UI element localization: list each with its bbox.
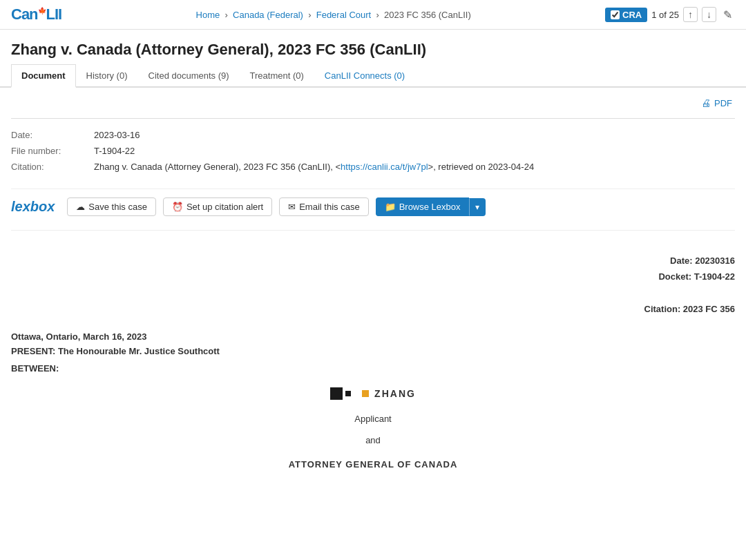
icon-block-large — [330, 387, 343, 400]
party-name: ZHANG — [374, 388, 416, 399]
logo-text-lii: LII — [46, 6, 62, 23]
present-line: PRESENT: The Honourable Mr. Justice Sout… — [11, 346, 735, 356]
cra-checkbox-container[interactable]: CRA — [605, 8, 647, 22]
pdf-label: PDF — [714, 98, 732, 108]
page-counter: 1 of 25 — [651, 10, 679, 20]
logo-maple-leaf: 🍁 — [38, 7, 46, 15]
pdf-button[interactable]: 🖨 PDF — [698, 96, 735, 110]
browse-lexbox-dropdown: 📁 Browse Lexbox ▾ — [376, 197, 486, 216]
email-icon: ✉ — [288, 202, 296, 212]
pdf-row: 🖨 PDF — [11, 96, 735, 110]
citation-text-before: Zhang v. Canada (Attorney General), 2023… — [94, 162, 341, 172]
citation-value: Zhang v. Canada (Attorney General), 2023… — [94, 162, 534, 172]
divider-top — [11, 118, 735, 119]
date-label: Date: — [11, 130, 94, 140]
breadcrumb-case: 2023 FC 356 (CanLII) — [384, 10, 471, 20]
tab-treatment[interactable]: Treatment (0) — [240, 64, 314, 88]
and-text: and — [365, 435, 381, 445]
breadcrumb-home[interactable]: Home — [196, 10, 220, 20]
save-icon: ☁ — [76, 202, 85, 212]
file-value: T-1904-22 — [94, 146, 135, 156]
tab-history[interactable]: History (0) — [76, 64, 138, 88]
lexbox-bar: lexbox ☁ Save this case ⏰ Set up citatio… — [11, 189, 735, 231]
tab-canlii-connects[interactable]: CanLII Connects (0) — [314, 64, 415, 88]
email-case-button[interactable]: ✉ Email this case — [279, 197, 368, 216]
icon-dot-orange — [362, 390, 369, 397]
zhang-icons — [330, 387, 351, 400]
email-case-label: Email this case — [299, 202, 359, 212]
case-header: Ottawa, Ontario, March 16, 2023 PRESENT:… — [11, 331, 735, 374]
parties-section: ZHANG Applicant and ATTORNEY GENERAL OF … — [11, 387, 735, 470]
print-icon: 🖨 — [701, 97, 711, 108]
citation-alert-button[interactable]: ⏰ Set up citation alert — [163, 197, 272, 216]
alarm-icon: ⏰ — [172, 202, 183, 212]
cra-label: CRA — [622, 10, 642, 20]
folder-icon: 📁 — [385, 202, 396, 212]
doc-date-line: Date: 20230316 — [11, 253, 735, 269]
save-case-label: Save this case — [88, 202, 147, 212]
save-case-button[interactable]: ☁ Save this case — [67, 197, 156, 216]
breadcrumb: Home › Canada (Federal) › Federal Court … — [61, 10, 605, 20]
citation-alert-label: Set up citation alert — [186, 202, 263, 212]
top-right-controls: CRA 1 of 25 ↑ ↓ ✎ — [605, 7, 735, 23]
tab-document[interactable]: Document — [11, 64, 76, 88]
cra-checkbox[interactable] — [611, 10, 620, 19]
browse-lexbox-button[interactable]: 📁 Browse Lexbox — [376, 197, 469, 216]
lexbox-logo: lexbox — [11, 199, 55, 215]
metadata-table: Date: 2023-03-16 File number: T-1904-22 … — [11, 127, 735, 175]
meta-row-file: File number: T-1904-22 — [11, 143, 735, 159]
present-text: PRESENT: The Honourable Mr. Justice Sout… — [11, 346, 220, 356]
location-date: Ottawa, Ontario, March 16, 2023 — [11, 331, 735, 342]
applicant-text: Applicant — [354, 414, 391, 424]
nav-down-button[interactable]: ↓ — [702, 7, 716, 22]
breadcrumb-federal[interactable]: Canada (Federal) — [233, 10, 303, 20]
citation-text-after: >, retrieved on 2023-04-24 — [428, 162, 535, 172]
doc-meta-right: Date: 20230316 Docket: T-1904-22 Citatio… — [11, 253, 735, 318]
page-title: Zhang v. Canada (Attorney General), 2023… — [0, 30, 746, 64]
and-label: and — [11, 435, 735, 445]
meta-row-citation: Citation: Zhang v. Canada (Attorney Gene… — [11, 159, 735, 175]
breadcrumb-court[interactable]: Federal Court — [316, 10, 371, 20]
date-value: 2023-03-16 — [94, 130, 140, 140]
edit-button[interactable]: ✎ — [720, 7, 735, 23]
tab-cited-documents[interactable]: Cited documents (9) — [138, 64, 240, 88]
zhang-row: ZHANG — [11, 387, 735, 400]
doc-docket-line: Docket: T-1904-22 — [11, 269, 735, 284]
top-bar: Can 🍁 LII Home › Canada (Federal) › Fede… — [0, 0, 746, 30]
between-line: BETWEEN: — [11, 363, 735, 374]
location-date-text: Ottawa, Ontario, March 16, 2023 — [11, 331, 147, 342]
doc-citation-line: Citation: 2023 FC 356 — [11, 301, 735, 317]
applicant-label: Applicant — [11, 414, 735, 424]
document-content: 🖨 PDF Date: 2023-03-16 File number: T-19… — [0, 88, 746, 253]
tabs-container: Document History (0) Cited documents (9)… — [0, 64, 746, 88]
logo-text: Can — [11, 6, 38, 23]
icon-block-small — [345, 391, 351, 396]
respondent-text: ATTORNEY GENERAL OF CANADA — [289, 459, 458, 470]
logo: Can 🍁 LII — [11, 6, 61, 23]
browse-lexbox-dropdown-arrow[interactable]: ▾ — [469, 198, 486, 216]
citation-link[interactable]: https://canlii.ca/t/jw7pl — [341, 162, 428, 172]
browse-lexbox-label: Browse Lexbox — [399, 202, 461, 212]
respondent-label: ATTORNEY GENERAL OF CANADA — [11, 459, 735, 470]
nav-up-button[interactable]: ↑ — [683, 7, 698, 22]
document-body: Date: 20230316 Docket: T-1904-22 Citatio… — [0, 253, 746, 470]
meta-row-date: Date: 2023-03-16 — [11, 127, 735, 143]
file-label: File number: — [11, 146, 94, 156]
citation-label: Citation: — [11, 162, 94, 172]
between-text: BETWEEN: — [11, 363, 59, 374]
